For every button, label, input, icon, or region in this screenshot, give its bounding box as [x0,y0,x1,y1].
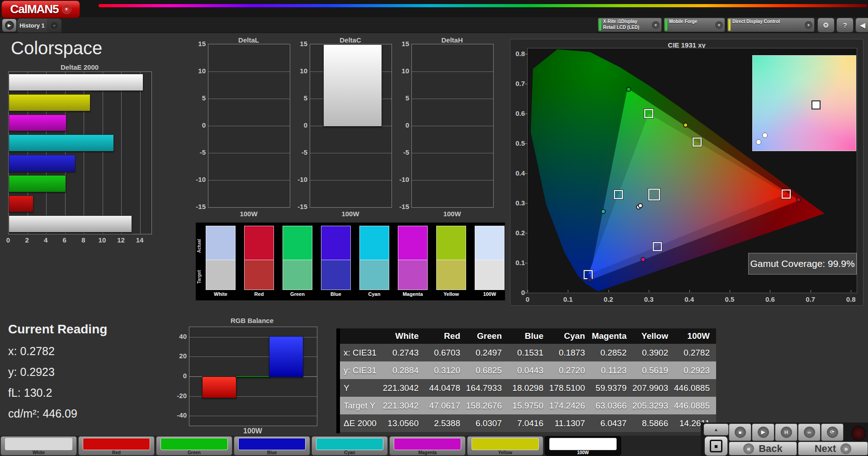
chevron-down-icon[interactable]: ▼ [805,21,812,29]
row-label: ΔE 2000 [340,414,383,432]
row-label: y: CIE31 [340,361,383,379]
pattern-button-label: White [1,450,76,455]
tick [525,114,528,114]
calman-window: CalMAN5 ▼ ▶ History 1 + X-Rite i1Display… [0,0,868,456]
cell-value: 6.0437 [591,414,633,432]
pattern-button-blue[interactable]: Blue [234,436,310,456]
continuous-button[interactable]: ∞ [798,423,821,441]
frame-advance-button[interactable]: H [775,423,797,441]
play-icon: ▶ [758,427,769,438]
next-button-label: Next [815,443,836,455]
target-row-label: Target [197,262,203,291]
dropdown-label: Direct Display Control [732,19,803,25]
tab-history-1[interactable]: History 1 [17,19,47,33]
swatch-column-100w: 100W [475,226,505,297]
bar-100w [323,44,382,127]
session-play-button[interactable]: ▶ [2,19,17,32]
swatch-column-yellow: Yellow [436,226,466,297]
dropdown-display-control[interactable]: Direct Display Control▼ [727,18,815,32]
collapse-panel-button[interactable]: ◀ [855,18,868,33]
x-tick-label: 12 [116,236,125,244]
pattern-window-button[interactable]: ■ [704,436,728,456]
white-point-inset [752,55,856,151]
help-button[interactable]: ? [836,18,854,33]
pattern-button-label: Blue [234,450,310,455]
status-indicator [728,19,731,31]
y-tick-label: 15 [189,40,206,48]
row-label: x: CIE31 [340,344,383,361]
pattern-button-100w[interactable]: 100W [545,436,621,456]
panel-expand-button[interactable]: ▲ [703,423,729,436]
pattern-button-green[interactable]: Green [156,436,232,456]
tick [525,233,528,233]
actual-swatch [244,226,274,260]
gridline [412,180,493,180]
play-button[interactable]: ▶ [752,423,774,441]
pattern-button-magenta[interactable]: Magenta [389,436,466,456]
column-header: Yellow [633,328,675,344]
pattern-button-red[interactable]: Red [78,436,155,456]
rgb-balance-chart: 40200-20-40 [189,327,317,426]
color-patch [83,438,150,450]
gridline [208,126,290,126]
y-tick-label: 5 [291,94,307,102]
cell-value: 0.2923 [675,361,716,379]
gridline [208,153,290,153]
pattern-button-label: Red [79,450,154,455]
chevron-down-icon[interactable]: ▼ [652,21,660,29]
next-button[interactable]: Next » [798,442,868,456]
pattern-button-white[interactable]: White [0,436,77,456]
tick [528,290,528,292]
gridline [208,71,290,72]
gridline [412,126,493,126]
x-tick-label: 0.8 [844,295,858,303]
cell-value: 0.3902 [633,344,675,361]
stop-icon: ■ [735,427,746,438]
reading-fl: fL: 130.2 [8,386,52,399]
status-indicator [599,19,601,31]
column-header [340,328,383,344]
add-tab-button[interactable]: + [47,19,61,33]
swatch-column-white: White [206,226,236,297]
app-logo-text: CalMAN5 [10,2,58,16]
y-tick-label: -10 [189,176,206,183]
color-patch [394,438,461,450]
stop-button[interactable]: ■ [729,423,751,441]
plus-icon: + [50,21,59,30]
dropdown-source[interactable]: Mobile Forge▼ [664,18,725,32]
cell-value: 0.2884 [383,361,425,379]
cell-value: 11.1307 [550,414,591,432]
dropdown-meter[interactable]: X-Rite i1Display Retail LCD (LED)▼ [598,18,662,32]
play-icon: ▶ [5,21,14,30]
deltah-chart-title: DeltaH [411,36,493,44]
settings-button[interactable]: ⚙ [817,18,835,33]
bar-red [202,376,236,398]
chevron-down-icon[interactable]: ▼ [715,21,723,29]
measured-point-green [626,87,631,92]
swatch-column-blue: Blue [321,226,351,297]
target-marker-magenta [653,242,662,251]
x-tick-label: 0.2 [602,295,615,303]
reading-x: x: 0.2782 [8,345,55,358]
cell-value: 0.0443 [508,361,550,379]
bar-blue [269,336,303,377]
chevron-down-icon[interactable]: ▼ [62,5,71,14]
cell-value: 0.6825 [467,361,508,379]
tick [525,263,528,263]
pattern-button-yellow[interactable]: Yellow [467,436,543,456]
actual-swatch [283,226,312,260]
target-marker-yellow [693,138,702,147]
column-header: Magenta [591,328,633,344]
gridline [121,72,122,234]
pattern-button-cyan[interactable]: Cyan [311,436,388,456]
app-logo-menu[interactable]: CalMAN5 ▼ [1,0,80,18]
back-button-label: Back [759,443,783,455]
cell-value: 6.0307 [467,414,508,432]
refresh-button[interactable]: ⟳ [821,423,844,441]
back-button[interactable]: « Back [729,442,797,456]
y-tick-label: 5 [189,94,206,102]
gamut-coverage-readout: Gamut Coverage: 99.9% [748,253,857,275]
table-row: Y221.304244.0478164.793318.0298178.51005… [340,379,716,397]
swatch-column-red: Red [244,226,274,297]
chevron-double-left-icon: « [743,443,754,454]
